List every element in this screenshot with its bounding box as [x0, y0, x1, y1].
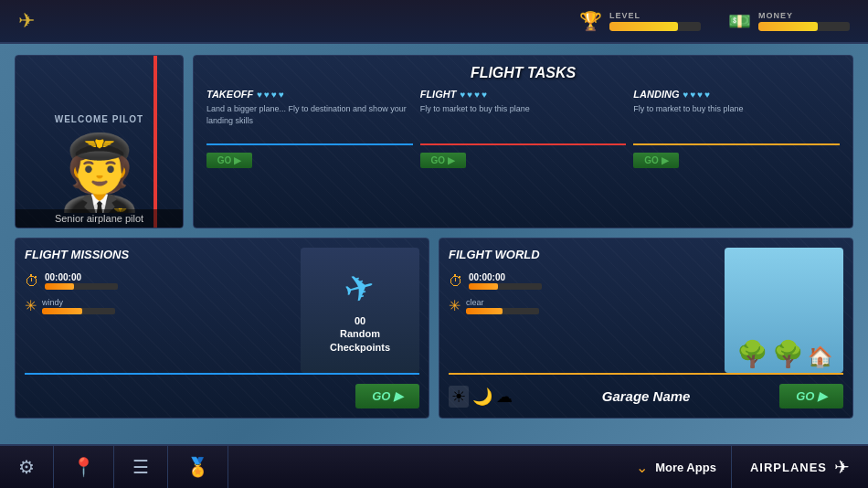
- flight-desc: Fly to market to buy this plane: [420, 103, 627, 136]
- world-bottom: ☀ 🌙 ☁ Garage Name GO ▶: [449, 378, 843, 408]
- clock-icon: ⏱: [25, 273, 39, 290]
- world-name: Garage Name: [602, 388, 691, 404]
- world-weather-bar: [466, 308, 539, 314]
- landing-header: LANDING ♥ ♥ ♥ ♥: [633, 89, 840, 100]
- flight-tasks-panel: FLIGHT TASKS TAKEOFF ♥ ♥ ♥ ♥ Land a bigg…: [193, 55, 853, 228]
- tasks-grid: TAKEOFF ♥ ♥ ♥ ♥ Land a bigger plane... F…: [206, 89, 840, 168]
- money-stat: 💵 MONEY: [728, 10, 850, 32]
- missions-time: 00:00:00: [45, 272, 118, 282]
- world-time-row: ⏱ 00:00:00: [449, 272, 715, 290]
- checkpoint-text: 00 Random Checkpoints: [310, 314, 410, 354]
- missions-time-bar: [45, 283, 118, 290]
- money-icon: 💵: [728, 10, 751, 32]
- red-stripe: [153, 56, 157, 228]
- top-bar: ✈ 🏆 LEVEL 💵 MONEY: [0, 0, 868, 44]
- missions-wind-row: ✳ windy: [25, 297, 291, 314]
- checkpoint-label: Random Checkpoints: [330, 328, 390, 352]
- missions-divider: [25, 373, 419, 375]
- level-label: LEVEL: [609, 11, 701, 20]
- level-col: LEVEL: [609, 11, 701, 31]
- missions-bottom: GO ▶: [25, 378, 419, 408]
- landing-label: LANDING: [633, 89, 679, 100]
- tree-icon: 🌳: [736, 339, 768, 369]
- world-stats: FILGHT WORLD ⏱ 00:00:00 ✳ cle: [449, 248, 715, 373]
- main-content: WELCOME PILOT 🧑‍✈️ Senior airplane pilot…: [0, 44, 868, 444]
- flight-divider: [420, 143, 627, 145]
- level-bar-fill: [609, 22, 678, 31]
- logo-icon: ✈: [18, 9, 35, 33]
- weather-icons: ☀ 🌙 ☁: [449, 386, 513, 408]
- top-section: WELCOME PILOT 🧑‍✈️ Senior airplane pilot…: [15, 55, 853, 228]
- sun-weather-icon[interactable]: ☀: [449, 386, 469, 408]
- money-bar-fill: [758, 22, 818, 31]
- takeoff-hearts: ♥ ♥ ♥ ♥: [257, 90, 284, 100]
- flight-go-button[interactable]: GO ▶: [420, 153, 466, 168]
- wind-col: windy: [42, 298, 115, 314]
- takeoff-divider: [206, 143, 413, 145]
- takeoff-header: TAKEOFF ♥ ♥ ♥ ♥: [206, 89, 413, 100]
- achievements-icon: 🏅: [186, 456, 209, 478]
- world-preview: 🌳 🌳 🏠: [725, 248, 843, 373]
- world-clock-icon: ⏱: [449, 273, 463, 290]
- nav-location[interactable]: 📍: [54, 446, 114, 488]
- more-apps-label: More Apps: [655, 461, 716, 474]
- time-col: 00:00:00: [45, 272, 118, 290]
- world-weather-col: clear: [466, 298, 539, 314]
- level-stat: 🏆 LEVEL: [579, 10, 701, 32]
- tasks-icon: ☰: [132, 456, 149, 478]
- more-apps-section[interactable]: ⌄ More Apps: [621, 446, 732, 488]
- airplane-nav-icon: ✈: [834, 456, 850, 478]
- airplanes-section[interactable]: AIRPLANES ✈: [732, 446, 868, 488]
- wind-label: windy: [42, 298, 115, 307]
- money-label: MONEY: [758, 11, 850, 20]
- task-landing: LANDING ♥ ♥ ♥ ♥ Fly to market to buy thi…: [633, 89, 840, 168]
- wind-bar: [42, 308, 115, 314]
- money-bar-bg: [758, 22, 850, 31]
- airplanes-label: AIRPLANES: [750, 461, 827, 474]
- world-divider: [449, 373, 843, 375]
- cloud-weather-icon[interactable]: ☁: [496, 387, 513, 407]
- landing-go-button[interactable]: GO ▶: [633, 153, 679, 168]
- nav-achievements[interactable]: 🏅: [168, 446, 228, 488]
- world-scene: 🌳 🌳 🏠: [725, 248, 843, 373]
- missions-preview: ✈ 00 Random Checkpoints: [301, 248, 419, 373]
- world-time: 00:00:00: [469, 272, 542, 282]
- flight-hearts: ♥ ♥ ♥ ♥: [460, 90, 487, 100]
- world-time-col: 00:00:00: [469, 272, 542, 290]
- flight-world-panel: FILGHT WORLD ⏱ 00:00:00 ✳ cle: [439, 238, 853, 419]
- pilot-label: Senior airplane pilot: [16, 209, 183, 228]
- nav-spacer: [228, 446, 621, 488]
- pilot-card: WELCOME PILOT 🧑‍✈️ Senior airplane pilot: [15, 55, 184, 228]
- bottom-nav: ⚙ 📍 ☰ 🏅 ⌄ More Apps AIRPLANES ✈: [0, 444, 868, 488]
- world-title: FILGHT WORLD: [449, 248, 715, 261]
- missions-time-row: ⏱ 00:00:00: [25, 272, 291, 290]
- missions-stats: FLIGHT MISSIONS ⏱ 00:00:00 ✳: [25, 248, 291, 373]
- flight-header: FLIGHT ♥ ♥ ♥ ♥: [420, 89, 627, 100]
- tree-icon-2: 🌳: [772, 339, 804, 369]
- world-go-button[interactable]: GO ▶: [779, 384, 843, 408]
- world-wind-icon: ✳: [449, 297, 460, 314]
- world-inner: FILGHT WORLD ⏱ 00:00:00 ✳ cle: [449, 248, 843, 373]
- world-weather-label: clear: [466, 298, 539, 307]
- takeoff-go-button[interactable]: GO ▶: [206, 153, 252, 168]
- world-weather-row: ✳ clear: [449, 297, 715, 314]
- app-logo: ✈: [18, 9, 35, 33]
- house-icon: 🏠: [808, 345, 832, 369]
- top-stats: 🏆 LEVEL 💵 MONEY: [579, 10, 850, 32]
- level-icon: 🏆: [579, 10, 602, 32]
- bottom-section: FLIGHT MISSIONS ⏱ 00:00:00 ✳: [15, 238, 853, 419]
- wind-icon: ✳: [25, 297, 37, 314]
- world-time-bar: [469, 283, 542, 290]
- nav-tasks[interactable]: ☰: [114, 446, 168, 488]
- missions-inner: FLIGHT MISSIONS ⏱ 00:00:00 ✳: [25, 248, 419, 373]
- flight-label: FLIGHT: [420, 89, 457, 100]
- task-takeoff: TAKEOFF ♥ ♥ ♥ ♥ Land a bigger plane... F…: [206, 89, 413, 168]
- flight-missions-panel: FLIGHT MISSIONS ⏱ 00:00:00 ✳: [15, 238, 429, 419]
- takeoff-label: TAKEOFF: [206, 89, 253, 100]
- pilot-avatar: 🧑‍✈️: [63, 124, 136, 220]
- task-flight: FLIGHT ♥ ♥ ♥ ♥ Fly to market to buy this…: [420, 89, 627, 168]
- flight-tasks-title: FLIGHT TASKS: [206, 65, 840, 81]
- moon-weather-icon[interactable]: 🌙: [472, 387, 492, 407]
- missions-go-button[interactable]: GO ▶: [355, 384, 419, 408]
- nav-settings[interactable]: ⚙: [0, 446, 54, 488]
